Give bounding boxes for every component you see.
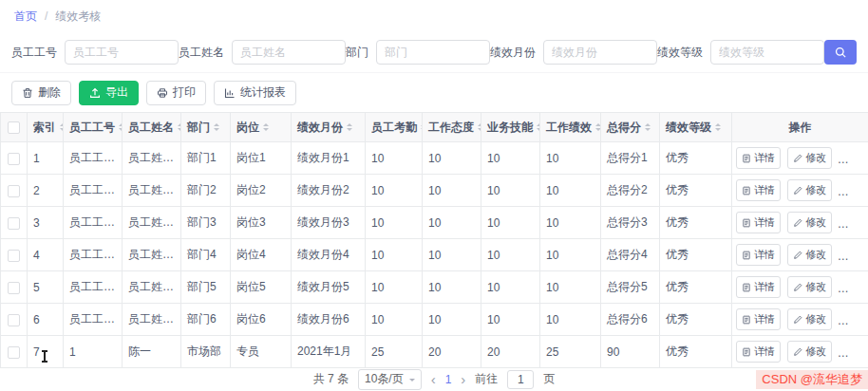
detail-button[interactable]: 详情 — [736, 147, 781, 169]
sort-icons[interactable] — [119, 123, 123, 131]
row-checkbox[interactable] — [8, 153, 20, 165]
column-header-employee-id[interactable]: 员工工号 — [64, 113, 123, 142]
delete-row-button-label: 删除 — [858, 151, 868, 165]
delete-row-button[interactable]: 删除 — [840, 244, 868, 266]
cell-index: 1 — [28, 142, 64, 175]
sort-icons[interactable] — [715, 123, 721, 131]
detail-button-label: 详情 — [754, 312, 775, 326]
delete-row-button[interactable]: 删除 — [840, 276, 868, 298]
edit-button[interactable]: 修改 — [787, 276, 832, 298]
goto-label: 前往 — [475, 371, 498, 387]
sort-icons[interactable] — [347, 123, 352, 131]
grade-label: 绩效等级 — [657, 45, 703, 61]
edit-button[interactable]: 修改 — [787, 147, 832, 169]
edit-button[interactable]: 修改 — [787, 341, 832, 363]
month-input[interactable] — [543, 40, 657, 65]
detail-button[interactable]: 详情 — [736, 212, 781, 233]
employee-id-input[interactable] — [65, 40, 179, 65]
column-header-performance[interactable]: 工作绩效 — [540, 113, 601, 142]
document-icon — [742, 283, 751, 292]
column-header-position[interactable]: 岗位 — [231, 113, 292, 142]
print-button-label: 打印 — [173, 84, 196, 101]
detail-button[interactable]: 详情 — [736, 308, 781, 330]
employee-name-input[interactable] — [232, 40, 346, 65]
cell-attitude: 10 — [423, 239, 481, 271]
delete-row-button[interactable]: 删除 — [840, 341, 868, 363]
sort-icons[interactable] — [263, 123, 269, 131]
cell-performance: 10 — [540, 207, 601, 239]
cell-attendance: 10 — [366, 304, 423, 336]
column-header-total-score[interactable]: 总得分 — [601, 113, 660, 142]
report-button[interactable]: 统计报表 — [214, 81, 296, 105]
column-label: 操作 — [789, 121, 812, 134]
cell-department: 部门1 — [181, 142, 231, 175]
sort-icons[interactable] — [214, 123, 219, 131]
delete-row-button[interactable]: 删除 — [840, 308, 868, 330]
cell-total-score: 总得分2 — [601, 175, 660, 207]
column-header-department[interactable]: 部门 — [181, 113, 231, 142]
column-label: 总得分 — [607, 120, 641, 136]
detail-button[interactable]: 详情 — [736, 244, 781, 266]
detail-button[interactable]: 详情 — [736, 179, 781, 201]
delete-row-button[interactable]: 删除 — [840, 147, 868, 169]
column-header-skill[interactable]: 业务技能 — [481, 113, 540, 142]
select-all-header[interactable] — [1, 113, 28, 142]
cell-performance: 10 — [540, 175, 601, 207]
column-header-grade[interactable]: 绩效等级 — [660, 113, 732, 142]
row-checkbox[interactable] — [8, 314, 20, 326]
column-header-month[interactable]: 绩效月份 — [292, 113, 366, 142]
table-row: 3 员工工号3 员工姓名3 部门3 岗位3 绩效月份3 10 10 10 10 … — [1, 207, 868, 239]
delete-row-button-label: 删除 — [858, 280, 868, 294]
search-button[interactable] — [824, 40, 857, 65]
cell-position: 岗位5 — [231, 271, 292, 304]
filter-grade: 绩效等级 — [657, 40, 824, 65]
select-all-checkbox[interactable] — [8, 121, 20, 134]
column-header-attitude[interactable]: 工作态度 — [423, 113, 481, 142]
goto-page-input[interactable] — [507, 370, 534, 389]
column-header-attendance[interactable]: 员工考勤 — [366, 113, 423, 142]
edit-button[interactable]: 修改 — [787, 179, 832, 201]
detail-button[interactable]: 详情 — [736, 276, 781, 298]
column-header-index[interactable]: 索引 — [28, 113, 64, 142]
row-checkbox[interactable] — [8, 282, 20, 294]
next-page-button[interactable]: › — [461, 372, 465, 386]
pencil-icon — [793, 283, 802, 292]
toolbar: 删除 导出 打印 统计报表 — [0, 73, 868, 112]
department-input[interactable] — [376, 40, 490, 65]
delete-button[interactable]: 删除 — [11, 81, 71, 105]
row-checkbox[interactable] — [8, 250, 20, 262]
edit-button[interactable]: 修改 — [787, 244, 832, 266]
current-page[interactable]: 1 — [445, 373, 452, 386]
trash-icon — [845, 186, 855, 196]
cell-total-score: 总得分6 — [601, 304, 660, 336]
delete-row-button[interactable]: 删除 — [840, 179, 868, 201]
column-label: 索引 — [33, 120, 56, 136]
grade-input[interactable] — [710, 40, 824, 65]
edit-button[interactable]: 修改 — [787, 212, 832, 233]
sort-icons[interactable] — [478, 123, 481, 131]
export-button[interactable]: 导出 — [79, 81, 139, 105]
page-size-select[interactable]: 10条/页 — [358, 369, 422, 390]
table-row: 4 员工工号4 员工姓名4 部门4 岗位4 绩效月份4 10 10 10 10 … — [1, 239, 868, 271]
edit-button[interactable]: 修改 — [787, 308, 832, 330]
sort-icons[interactable] — [537, 123, 540, 131]
sort-icons[interactable] — [645, 123, 651, 131]
row-checkbox[interactable] — [8, 346, 20, 359]
column-label: 部门 — [187, 120, 210, 136]
delete-row-button[interactable]: 删除 — [840, 212, 868, 233]
row-checkbox[interactable] — [8, 185, 20, 197]
cell-grade: 优秀 — [660, 304, 732, 336]
sort-icons[interactable] — [60, 123, 64, 131]
print-button[interactable]: 打印 — [146, 81, 206, 105]
cell-month: 绩效月份5 — [292, 271, 366, 304]
column-header-employee-name[interactable]: 员工姓名 — [123, 113, 181, 142]
edit-button-label: 修改 — [805, 344, 826, 359]
breadcrumb-home[interactable]: 首页 — [14, 9, 37, 25]
row-checkbox[interactable] — [8, 217, 20, 230]
total-count: 共 7 条 — [313, 371, 349, 387]
cell-attendance: 25 — [366, 336, 423, 368]
sort-icons[interactable] — [178, 123, 181, 131]
detail-button[interactable]: 详情 — [736, 341, 781, 363]
sort-icons[interactable] — [595, 123, 601, 131]
prev-page-button[interactable]: ‹ — [431, 372, 436, 386]
